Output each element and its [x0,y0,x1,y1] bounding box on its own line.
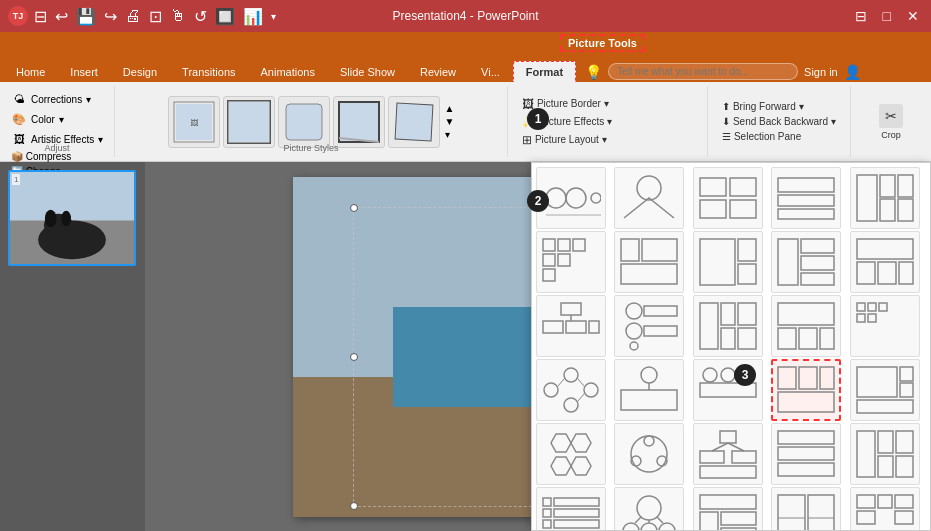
restore-btn[interactable]: □ [879,8,895,24]
layout-item-2[interactable] [614,167,684,229]
bring-forward-btn[interactable]: ⬆ Bring Forward ▾ [716,99,842,114]
style-thumb-4[interactable] [333,96,385,148]
title-bar-left: TJ ⊟ ↩ 💾 ↪ 🖨 ⊡ 🖱 ↺ 🔲 📊 ▾ [8,6,278,26]
svg-rect-131 [857,431,875,477]
corrections-btn[interactable]: 🌤 Corrections ▾ [8,90,94,108]
svg-rect-82 [799,328,817,349]
layout-item-20[interactable] [850,359,920,421]
close-btn[interactable]: ✕ [903,8,923,24]
style-thumb-5[interactable] [388,96,440,148]
layout-item-26[interactable] [536,487,606,531]
layout-item-17[interactable] [614,359,684,421]
svg-rect-134 [896,431,913,453]
tab-view[interactable]: Vi... [469,62,512,82]
styles-more-btn[interactable]: ▾ [445,129,455,140]
style-thumb-1[interactable]: 🖼 [168,96,220,148]
layout-item-21[interactable] [536,423,606,485]
selection-pane-btn[interactable]: ☰ Selection Pane [716,129,842,144]
svg-point-17 [45,209,57,226]
svg-rect-36 [730,200,756,218]
style-thumb-3[interactable] [278,96,330,148]
svg-line-94 [578,379,584,386]
window-controls[interactable]: ⊟ □ ✕ [851,8,923,24]
svg-rect-49 [558,254,570,266]
layout-item-22[interactable] [614,423,684,485]
ribbon-group-styles: 🖼 ▲ ▼ ▾ Picture Styles [115,86,508,157]
picture-layout-btn[interactable]: ⊞ Picture Layout ▾ [516,131,699,149]
svg-rect-153 [778,495,805,531]
color-btn[interactable]: 🎨 Color ▾ [8,110,67,128]
handle-tl[interactable] [350,204,358,212]
svg-rect-140 [543,520,551,528]
layout-item-28[interactable] [693,487,763,531]
layout-item-6[interactable] [536,231,606,293]
svg-rect-137 [554,498,599,506]
svg-rect-84 [857,303,865,311]
picture-tools-label: Picture Tools [560,34,645,52]
layout-item-30[interactable] [850,487,920,531]
handle-bl[interactable] [350,502,358,510]
svg-rect-98 [621,390,677,410]
svg-rect-10 [395,103,433,141]
layout-item-14[interactable] [771,295,841,357]
styles-down-btn[interactable]: ▼ [445,116,455,127]
layout-item-5[interactable] [850,167,920,229]
layout-item-9[interactable] [771,231,841,293]
layout-item-15[interactable] [850,295,920,357]
tell-me-input[interactable] [608,63,798,80]
layout-item-8[interactable] [693,231,763,293]
layout-item-4[interactable] [771,167,841,229]
svg-rect-122 [720,431,736,443]
layout-item-3[interactable] [693,167,763,229]
tab-design[interactable]: Design [111,62,169,82]
tab-review[interactable]: Review [408,62,468,82]
layout-item-27[interactable] [614,487,684,531]
svg-rect-42 [880,199,895,221]
svg-point-18 [61,210,71,226]
svg-rect-77 [721,328,735,349]
style-thumb-2[interactable] [223,96,275,148]
crop-btn[interactable]: ✂ Crop [874,101,908,143]
send-backward-btn[interactable]: ⬇ Send Back Backward ▾ [716,114,842,129]
svg-rect-141 [554,520,599,528]
layout-item-13[interactable] [693,295,763,357]
svg-rect-13 [10,172,134,220]
layout-item-11[interactable] [536,295,606,357]
layout-item-24[interactable] [771,423,841,485]
layout-item-25[interactable] [850,423,920,485]
svg-rect-71 [644,306,677,316]
minimize-btn[interactable]: ⊟ [851,8,871,24]
badge-3: 3 [734,364,756,386]
handle-ml[interactable] [350,353,358,361]
layout-item-12[interactable] [614,295,684,357]
layout-item-16[interactable] [536,359,606,421]
layout-item-7[interactable] [614,231,684,293]
svg-point-32 [637,176,661,200]
tab-animations[interactable]: Animations [249,62,327,82]
layout-item-10[interactable] [850,231,920,293]
title-bar: TJ ⊟ ↩ 💾 ↪ 🖨 ⊡ 🖱 ↺ 🔲 📊 ▾ Presentation4 -… [0,0,931,32]
svg-rect-33 [700,178,726,196]
svg-rect-65 [561,303,581,315]
svg-rect-59 [801,256,834,270]
picture-layout-icon: ⊞ [522,133,532,147]
svg-rect-40 [857,175,877,221]
svg-line-123 [712,443,728,451]
styles-up-btn[interactable]: ▲ [445,103,455,114]
svg-rect-53 [621,264,677,284]
sign-in-btn[interactable]: Sign in [804,66,838,78]
layout-item-19[interactable] [771,359,841,421]
layout-item-23[interactable] [693,423,763,485]
tab-home[interactable]: Home [4,62,57,82]
tab-transitions[interactable]: Transitions [170,62,247,82]
tab-insert[interactable]: Insert [58,62,110,82]
svg-rect-158 [878,495,892,508]
tab-slideshow[interactable]: Slide Show [328,62,407,82]
svg-line-93 [558,379,564,386]
svg-rect-63 [878,262,896,284]
layout-item-29[interactable] [771,487,841,531]
slide-thumbnail-1[interactable]: 1 [8,170,136,266]
tab-format[interactable]: Format [513,61,576,82]
svg-rect-46 [558,239,570,251]
adjust-label: Adjust [45,143,70,153]
